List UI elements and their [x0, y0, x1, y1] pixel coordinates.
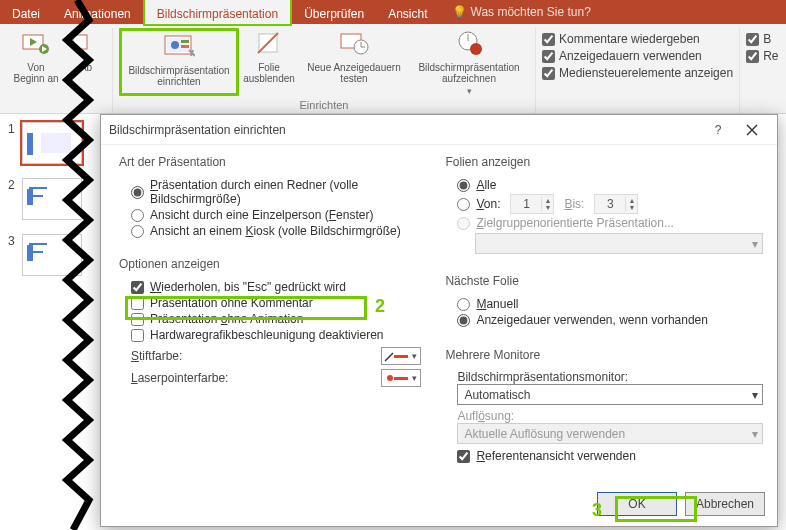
hide-slide-icon	[253, 28, 285, 60]
svg-line-19	[747, 125, 757, 135]
resolution-select: Aktuelle Auflösung verwenden▾	[457, 423, 763, 444]
radio-manual-advance[interactable]: Manuell	[457, 296, 763, 312]
callout-3: 3	[592, 500, 602, 521]
tab-ansicht[interactable]: Ansicht	[376, 0, 439, 24]
monitor-label: Bildschirmpräsentationsmonitor:	[457, 370, 763, 384]
svg-rect-8	[181, 40, 189, 43]
chk-presenter-view[interactable]: Referentenansicht verwenden	[457, 448, 763, 464]
to-slide-spin[interactable]: ▲▼	[594, 194, 638, 214]
svg-rect-4	[73, 35, 87, 49]
svg-point-18	[470, 43, 482, 55]
thumb-number: 2	[8, 178, 15, 192]
chk-partial-re[interactable]: Re	[746, 49, 778, 63]
radio-use-timings[interactable]: Anzeigedauer verwenden, wenn vorhanden	[457, 312, 763, 328]
setup-slideshow-button[interactable]: Bildschirmpräsentationeinrichten	[119, 28, 239, 96]
extra-options-partial: B Re	[746, 28, 778, 63]
from-beginning-label: VonBeginn an	[13, 62, 58, 84]
thumb-slide[interactable]: 3	[8, 234, 88, 276]
tell-me[interactable]: 💡 Was möchten Sie tun?	[452, 0, 591, 24]
section-options: Optionen anzeigen	[119, 255, 421, 273]
dialog-title: Bildschirmpräsentation einrichten	[109, 123, 701, 137]
highlight-ok-button	[615, 496, 697, 522]
thumb-slide[interactable]: 1	[8, 122, 88, 164]
laser-color-label: Laserpointerfarbe:	[131, 371, 228, 385]
hide-slide-button[interactable]: Folieausblenden	[239, 28, 299, 96]
svg-rect-9	[181, 45, 189, 48]
thumb-number: 1	[8, 122, 15, 136]
cancel-button[interactable]: Abbrechen	[685, 492, 765, 516]
lightbulb-icon: 💡	[452, 5, 467, 19]
setup-slideshow-icon	[163, 31, 195, 63]
radio-speaker-full[interactable]: Präsentation durch einen Redner (volle B…	[131, 177, 421, 207]
rehearse-timings-button[interactable]: Neue Anzeigedauerntesten	[299, 28, 409, 96]
tab-animationen[interactable]: Animationen	[52, 0, 143, 24]
dialog-titlebar: Bildschirmpräsentation einrichten ?	[101, 115, 777, 145]
laser-color-picker[interactable]: ▾	[381, 369, 421, 387]
play-from-start-icon	[20, 28, 52, 60]
svg-point-21	[387, 375, 393, 381]
highlight-loop-checkbox	[125, 296, 367, 320]
pen-color-label: Stiftfarbe:	[131, 349, 182, 363]
pen-icon	[384, 350, 396, 362]
section-show-slides: Folien anzeigen	[445, 153, 763, 171]
from-current-partial-button[interactable]: Ab	[66, 28, 106, 84]
section-advance: Nächste Folie	[445, 272, 763, 290]
radio-custom-show: Zielgruppenorientierte Präsentation...	[457, 215, 763, 231]
dialog-right-column: Folien anzeigen Alle Von: ▲▼ Bis: ▲▼ Zie…	[445, 153, 763, 464]
monitor-select[interactable]: Automatisch▾	[457, 384, 763, 405]
svg-line-20	[747, 125, 757, 135]
setup-slideshow-dialog: Bildschirmpräsentation einrichten ? Art …	[100, 114, 778, 527]
thumb-slide[interactable]: 2	[8, 178, 88, 220]
section-monitors: Mehrere Monitore	[445, 346, 763, 364]
chevron-down-icon: ▾	[412, 373, 417, 383]
chk-play-narrations[interactable]: Kommentare wiedergeben	[542, 32, 733, 46]
hide-slide-label: Folieausblenden	[243, 62, 295, 84]
chevron-down-icon: ▾	[467, 86, 472, 96]
to-label: Bis:	[564, 197, 584, 211]
chk-partial-b[interactable]: B	[746, 32, 778, 46]
group-label-setup: Einrichten	[300, 99, 349, 113]
radio-from-to[interactable]: Von:	[457, 197, 500, 211]
tab-bildschirmpraesentation[interactable]: Bildschirmpräsentation	[143, 0, 292, 26]
rehearse-timings-label: Neue Anzeigedauerntesten	[307, 62, 400, 84]
radio-kiosk[interactable]: Ansicht an einem Kiosk (volle Bildschirm…	[131, 223, 421, 239]
rehearse-timings-icon	[338, 28, 370, 60]
svg-point-7	[171, 41, 179, 49]
radio-all-slides[interactable]: Alle	[457, 177, 763, 193]
radio-browsed-individual[interactable]: Ansicht durch eine Einzelperson (Fenster…	[131, 207, 421, 223]
from-slide-spin[interactable]: ▲▼	[510, 194, 554, 214]
playback-options-group: Kommentare wiedergeben Anzeigedauern ver…	[542, 28, 733, 80]
dialog-close-button[interactable]	[735, 117, 769, 143]
laser-icon	[384, 372, 396, 384]
callout-2: 2	[375, 296, 385, 317]
tell-me-label: Was möchten Sie tun?	[471, 5, 591, 19]
chevron-down-icon: ▾	[752, 388, 758, 402]
record-slideshow-button[interactable]: Bildschirmpräsentationaufzeichnen ▾	[409, 28, 529, 96]
dialog-help-button[interactable]: ?	[701, 117, 735, 143]
chk-loop-until-esc[interactable]: Wiederholen, bis "Esc" gedrückt wird	[131, 279, 421, 295]
chk-disable-hw-accel[interactable]: Hardwaregrafikbeschleunigung deaktiviere…	[131, 327, 421, 343]
thumb-number: 3	[8, 234, 15, 248]
ribbon: VonBeginn an Ab . Bildschirmpräsentation…	[0, 24, 786, 114]
record-slideshow-label: Bildschirmpräsentationaufzeichnen	[418, 62, 519, 84]
section-showtype: Art der Präsentation	[119, 153, 421, 171]
chevron-down-icon: ▾	[752, 427, 758, 441]
chevron-down-icon: ▾	[752, 237, 758, 251]
chevron-down-icon: ▾	[412, 351, 417, 361]
close-icon	[746, 124, 758, 136]
setup-slideshow-label: Bildschirmpräsentationeinrichten	[128, 65, 229, 87]
from-beginning-button[interactable]: VonBeginn an	[6, 28, 66, 84]
chk-show-media-controls[interactable]: Mediensteuerelemente anzeigen	[542, 66, 733, 80]
pen-color-picker[interactable]: ▾	[381, 347, 421, 365]
play-from-current-icon	[70, 28, 102, 60]
tab-datei[interactable]: Datei	[0, 0, 52, 24]
chk-use-timings[interactable]: Anzeigedauern verwenden	[542, 49, 733, 63]
slide-thumbnails-pane: 1 2 3	[0, 114, 96, 530]
resolution-label: Auflösung:	[457, 409, 763, 423]
record-slideshow-icon	[453, 28, 485, 60]
tab-ueberpruefen[interactable]: Überprüfen	[292, 0, 376, 24]
from-current-label: Ab	[80, 62, 92, 73]
ribbon-tabs: Datei Animationen Bildschirmpräsentation…	[0, 0, 786, 24]
custom-show-select: ▾	[475, 233, 763, 254]
